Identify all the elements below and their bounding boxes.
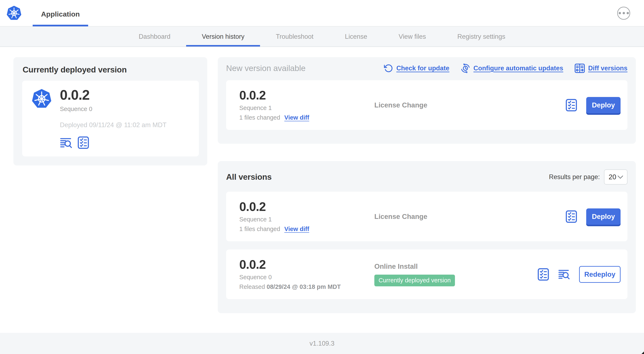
tab-view-files[interactable]: View files — [383, 27, 442, 47]
currently-deployed-badge: Currently deployed version — [374, 275, 455, 286]
files-changed-label: 1 files changed — [239, 114, 280, 121]
console-version-label: v1.109.3 — [310, 340, 334, 347]
link-label: Diff versions — [588, 65, 628, 72]
all-versions-section: All versions Results per page: 20 0.0.2 … — [218, 161, 636, 313]
version-source-label: License Change — [374, 101, 566, 109]
version-source-label: License Change — [374, 213, 566, 221]
app-title-tab[interactable]: Application — [33, 0, 88, 26]
sequence-label: Sequence 0 — [239, 274, 374, 281]
released-timestamp: Released 08/29/24 @ 03:18 pm MDT — [239, 283, 374, 290]
kubernetes-logo-icon — [6, 6, 22, 21]
tab-license[interactable]: License — [329, 27, 383, 47]
version-label: 0.0.2 — [239, 258, 374, 271]
app-footer: v1.109.3 — [0, 333, 644, 354]
chevron-down-icon — [618, 175, 623, 179]
kubernetes-app-icon — [32, 89, 52, 109]
deploy-button[interactable]: Deploy — [586, 208, 620, 225]
app-nav: Dashboard Version history Troubleshoot L… — [0, 27, 644, 47]
version-row-sequence-1: 0.0.2 Sequence 1 1 files changed View di… — [226, 192, 628, 241]
version-source-label: Online Install — [374, 262, 538, 270]
app-header: Application — [0, 0, 644, 27]
results-per-page-value: 20 — [608, 173, 616, 181]
version-label: 0.0.2 — [239, 89, 374, 102]
view-logs-icon[interactable] — [558, 269, 570, 279]
schedule-icon — [460, 64, 470, 73]
view-logs-icon[interactable] — [60, 137, 72, 148]
tab-label: Registry settings — [457, 33, 505, 41]
link-label: Check for update — [396, 65, 449, 72]
version-row-sequence-0: 0.0.2 Sequence 0 Released 08/29/24 @ 03:… — [226, 249, 628, 299]
redeploy-button[interactable]: Redeploy — [579, 266, 620, 283]
diff-versions-link[interactable]: Diff versions — [574, 64, 628, 73]
all-versions-title: All versions — [226, 172, 272, 182]
tab-registry-settings[interactable]: Registry settings — [442, 27, 521, 47]
deploy-button[interactable]: Deploy — [586, 97, 620, 113]
version-label: 0.0.2 — [239, 200, 374, 213]
tab-label: Dashboard — [138, 33, 170, 41]
tab-troubleshoot[interactable]: Troubleshoot — [260, 27, 329, 47]
preflight-checks-icon[interactable] — [538, 268, 549, 281]
tab-version-history[interactable]: Version history — [186, 27, 260, 47]
currently-deployed-title: Currently deployed version — [22, 65, 199, 74]
new-version-title: New version available — [226, 64, 306, 73]
configure-automatic-updates-link[interactable]: Configure automatic updates — [460, 64, 563, 73]
sequence-label: Sequence 1 — [239, 216, 374, 223]
tab-label: Troubleshoot — [276, 33, 314, 41]
ellipsis-icon — [619, 12, 629, 14]
files-changed-label: 1 files changed — [239, 226, 280, 232]
deployed-version-card: 0.0.2 Sequence 0 Deployed 09/11/24 @ 11:… — [22, 81, 199, 156]
currently-deployed-card: Currently deployed version 0.0.2 Sequenc… — [14, 57, 207, 165]
deployed-timestamp: Deployed 09/11/24 @ 11:02 am MDT — [60, 121, 166, 129]
view-diff-link[interactable]: View diff — [284, 114, 309, 121]
diff-icon — [574, 64, 585, 73]
more-options-button[interactable] — [617, 7, 630, 20]
preflight-checks-icon[interactable] — [566, 210, 577, 223]
tab-label: Version history — [202, 33, 244, 41]
main-content: Currently deployed version 0.0.2 Sequenc… — [0, 47, 644, 313]
tab-label: View files — [399, 33, 426, 41]
results-per-page-select[interactable]: 20 — [604, 169, 628, 185]
tab-label: License — [345, 33, 367, 41]
new-version-row: 0.0.2 Sequence 1 1 files changed View di… — [226, 80, 628, 130]
view-diff-link[interactable]: View diff — [284, 226, 309, 232]
deployed-version-label: 0.0.2 — [60, 88, 166, 102]
refresh-icon — [384, 64, 393, 73]
cursor-artifact — [642, 351, 644, 354]
preflight-checks-icon[interactable] — [566, 99, 577, 111]
released-date: 08/29/24 @ 03:18 pm MDT — [267, 283, 341, 290]
tab-dashboard[interactable]: Dashboard — [123, 27, 186, 47]
released-prefix: Released — [239, 283, 267, 290]
right-column: New version available Check for update C… — [218, 57, 636, 313]
link-label: Configure automatic updates — [473, 65, 563, 72]
check-for-update-link[interactable]: Check for update — [384, 64, 449, 73]
deployed-sequence-label: Sequence 0 — [60, 106, 166, 113]
preflight-checks-icon[interactable] — [78, 136, 89, 149]
new-version-section: New version available Check for update C… — [218, 57, 636, 144]
app-title: Application — [41, 10, 80, 18]
results-per-page-label: Results per page: — [549, 173, 600, 181]
sequence-label: Sequence 1 — [239, 105, 374, 111]
